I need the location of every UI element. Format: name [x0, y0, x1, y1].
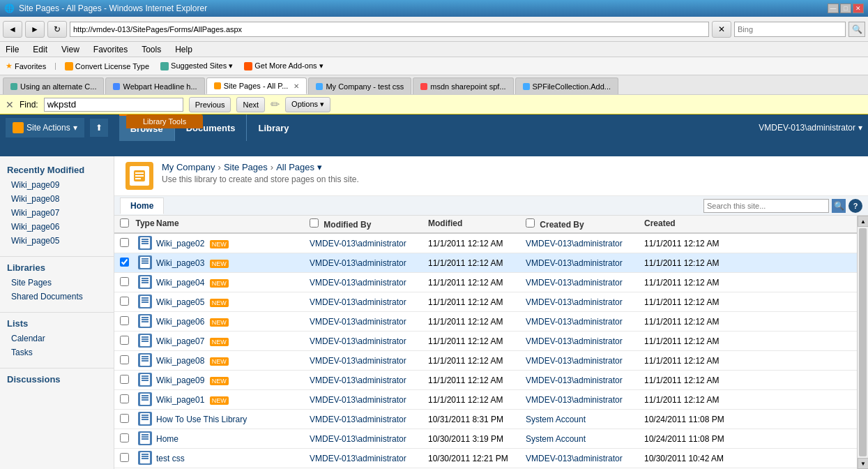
menu-edit[interactable]: Edit: [30, 43, 50, 56]
sidebar-item-tasks[interactable]: Tasks: [0, 345, 114, 359]
site-actions-button[interactable]: Site Actions ▾: [6, 118, 84, 137]
search-input[interactable]: [734, 22, 846, 37]
tab-3-sitepages[interactable]: Site Pages - All P... ✕: [206, 77, 307, 94]
scrollbar-up[interactable]: ▲: [858, 216, 868, 227]
select-all-checkbox[interactable]: [120, 218, 129, 228]
modified-by-link-0[interactable]: VMDEV-013\administrator: [310, 239, 406, 248]
scrollbar[interactable]: ▲ ▼: [857, 216, 868, 469]
previous-button[interactable]: Previous: [189, 97, 231, 112]
tab-2[interactable]: Webpart Headline h...: [105, 77, 204, 94]
row-checkbox-1[interactable]: [120, 258, 129, 267]
header-check[interactable]: [114, 218, 134, 230]
doc-link-11[interactable]: test css: [156, 454, 185, 463]
row-checkbox-0[interactable]: [120, 238, 129, 247]
back-button[interactable]: ◄: [3, 21, 22, 38]
fav-item-1[interactable]: Convert License Type: [62, 61, 152, 72]
find-close-button[interactable]: ✕: [6, 99, 14, 110]
tab-library[interactable]: Library: [247, 114, 300, 141]
doc-link-2[interactable]: Wiki_page04: [156, 278, 204, 288]
created-by-link-11[interactable]: VMDEV-013\administrator: [526, 454, 623, 463]
row-check-11[interactable]: [114, 453, 134, 464]
created-by-link-0[interactable]: VMDEV-013\administrator: [526, 239, 623, 248]
sidebar-item-wiki07[interactable]: Wiki_page07: [0, 206, 114, 220]
created-by-link-1[interactable]: VMDEV-013\administrator: [526, 258, 623, 268]
modified-by-link-7[interactable]: VMDEV-013\administrator: [310, 375, 406, 385]
scrollbar-thumb[interactable]: [859, 228, 867, 456]
created-by-filter-checkbox[interactable]: [526, 218, 535, 228]
modified-by-link-5[interactable]: VMDEV-013\administrator: [310, 336, 406, 346]
modified-by-filter-checkbox[interactable]: [310, 218, 319, 228]
tab-5[interactable]: msdn sharepoint spf...: [413, 77, 513, 94]
home-tab[interactable]: Home: [120, 198, 164, 214]
row-checkbox-11[interactable]: [120, 453, 129, 462]
header-name[interactable]: Name: [156, 218, 310, 230]
row-check-2[interactable]: [114, 277, 134, 288]
sidebar-item-sitepages[interactable]: Site Pages: [0, 276, 114, 290]
breadcrumb-dropdown[interactable]: ▾: [317, 162, 322, 172]
site-search-button[interactable]: 🔍: [832, 199, 846, 213]
row-checkbox-6[interactable]: [120, 355, 129, 364]
menu-help[interactable]: Help: [172, 43, 195, 56]
doc-link-10[interactable]: Home: [156, 434, 178, 444]
created-by-link-8[interactable]: VMDEV-013\administrator: [526, 395, 623, 405]
row-check-10[interactable]: [114, 433, 134, 445]
row-check-6[interactable]: [114, 355, 134, 366]
row-checkbox-10[interactable]: [120, 433, 129, 442]
row-check-4[interactable]: [114, 316, 134, 327]
breadcrumb-sitepages[interactable]: Site Pages: [224, 162, 268, 172]
menu-view[interactable]: View: [59, 43, 82, 56]
close-button[interactable]: ✕: [853, 3, 864, 13]
sidebar-item-shareddocs[interactable]: Shared Documents: [0, 290, 114, 304]
tab-1[interactable]: Using an alternate C...: [3, 77, 104, 94]
doc-link-0[interactable]: Wiki_page02: [156, 239, 204, 248]
row-checkbox-3[interactable]: [120, 297, 129, 306]
doc-link-3[interactable]: Wiki_page05: [156, 297, 204, 307]
modified-by-link-4[interactable]: VMDEV-013\administrator: [310, 317, 406, 327]
maximize-button[interactable]: □: [840, 3, 851, 13]
find-input[interactable]: [44, 98, 183, 112]
row-check-0[interactable]: [114, 238, 134, 249]
sidebar-item-wiki06[interactable]: Wiki_page06: [0, 220, 114, 234]
doc-link-5[interactable]: Wiki_page07: [156, 336, 204, 346]
breadcrumb-mycompany[interactable]: My Company: [162, 162, 215, 172]
doc-link-1[interactable]: Wiki_page03: [156, 258, 204, 268]
site-search-input[interactable]: [703, 199, 829, 213]
row-check-8[interactable]: [114, 394, 134, 405]
created-by-link-9[interactable]: System Account: [526, 415, 586, 424]
menu-favorites[interactable]: Favorites: [91, 43, 130, 56]
modified-by-link-11[interactable]: VMDEV-013\administrator: [310, 454, 406, 463]
search-button[interactable]: 🔍: [848, 22, 865, 37]
options-button[interactable]: Options ▾: [285, 97, 330, 112]
address-input[interactable]: [70, 22, 709, 37]
doc-link-4[interactable]: Wiki_page06: [156, 317, 204, 327]
refresh-button[interactable]: ↻: [47, 21, 67, 38]
user-dropdown-icon[interactable]: ▾: [858, 123, 862, 133]
row-checkbox-5[interactable]: [120, 336, 129, 345]
created-by-link-4[interactable]: VMDEV-013\administrator: [526, 317, 623, 327]
tab-3-close[interactable]: ✕: [294, 82, 299, 90]
row-checkbox-8[interactable]: [120, 394, 129, 403]
sidebar-item-calendar[interactable]: Calendar: [0, 332, 114, 345]
doc-link-9[interactable]: How To Use This Library: [156, 415, 247, 424]
row-check-9[interactable]: [114, 414, 134, 425]
row-check-5[interactable]: [114, 336, 134, 347]
next-button[interactable]: Next: [236, 97, 265, 112]
modified-by-link-6[interactable]: VMDEV-013\administrator: [310, 356, 406, 366]
created-by-link-7[interactable]: VMDEV-013\administrator: [526, 375, 623, 385]
stop-button[interactable]: ✕: [712, 21, 731, 38]
minimize-button[interactable]: —: [828, 3, 839, 13]
modified-by-link-2[interactable]: VMDEV-013\administrator: [310, 278, 406, 288]
header-created[interactable]: Created: [644, 218, 742, 230]
sidebar-item-wiki08[interactable]: Wiki_page08: [0, 192, 114, 206]
row-checkbox-9[interactable]: [120, 414, 129, 423]
row-checkbox-2[interactable]: [120, 277, 129, 286]
created-by-link-6[interactable]: VMDEV-013\administrator: [526, 356, 623, 366]
library-tools-context-tab[interactable]: Library Tools: [126, 114, 203, 128]
menu-tools[interactable]: Tools: [139, 43, 164, 56]
doc-link-7[interactable]: Wiki_page09: [156, 375, 204, 385]
modified-by-link-10[interactable]: VMDEV-013\administrator: [310, 434, 406, 444]
row-checkbox-7[interactable]: [120, 375, 129, 384]
tab-4[interactable]: My Company - test css: [308, 77, 411, 94]
row-check-1[interactable]: [114, 258, 134, 269]
fav-item-3[interactable]: Get More Add-ons ▾: [241, 60, 326, 72]
